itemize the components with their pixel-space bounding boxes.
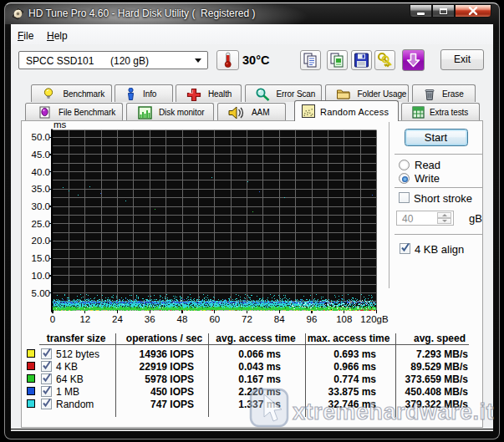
svg-text:36: 36 bbox=[145, 314, 155, 324]
svg-text:5.00: 5.00 bbox=[32, 288, 50, 298]
svg-text:50.0: 50.0 bbox=[32, 132, 50, 142]
svg-text:108: 108 bbox=[336, 314, 352, 324]
svg-text:72: 72 bbox=[242, 314, 252, 324]
svg-text:20.0: 20.0 bbox=[32, 236, 50, 246]
svg-text:15.0: 15.0 bbox=[32, 253, 50, 263]
svg-text:24: 24 bbox=[112, 314, 123, 324]
svg-text:48: 48 bbox=[177, 314, 188, 324]
svg-text:40.0: 40.0 bbox=[32, 167, 50, 177]
svg-text:35.0: 35.0 bbox=[32, 184, 50, 194]
svg-text:0: 0 bbox=[50, 314, 55, 324]
svg-text:ms: ms bbox=[53, 119, 67, 130]
svg-text:10.0: 10.0 bbox=[32, 271, 50, 281]
svg-text:45.0: 45.0 bbox=[32, 150, 50, 160]
svg-text:96: 96 bbox=[307, 314, 318, 324]
svg-text:25.0: 25.0 bbox=[32, 219, 50, 229]
svg-text:30.0: 30.0 bbox=[32, 201, 50, 211]
svg-text:120gB: 120gB bbox=[360, 314, 389, 324]
svg-text:xtremehardware.it: xtremehardware.it bbox=[293, 399, 494, 424]
svg-text:12: 12 bbox=[79, 314, 90, 324]
svg-text:84: 84 bbox=[274, 314, 285, 324]
svg-text:60: 60 bbox=[209, 314, 220, 324]
